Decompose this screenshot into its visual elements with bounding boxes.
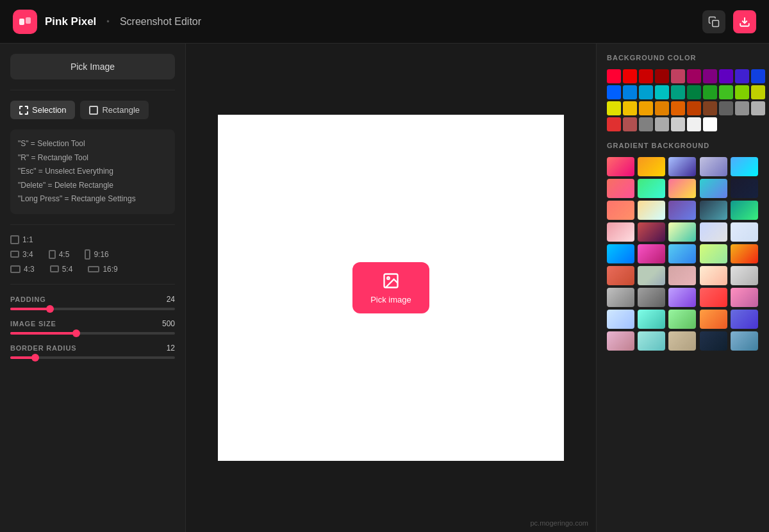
solid-color-swatch[interactable] bbox=[687, 117, 701, 131]
selection-tool-button[interactable]: Selection bbox=[10, 101, 75, 119]
gradient-swatch[interactable] bbox=[700, 222, 727, 242]
solid-color-swatch[interactable] bbox=[607, 85, 621, 99]
gradient-swatch[interactable] bbox=[607, 310, 634, 329]
solid-color-swatch[interactable] bbox=[639, 117, 653, 131]
solid-color-swatch[interactable] bbox=[623, 101, 637, 115]
gradient-swatch[interactable] bbox=[700, 266, 727, 285]
gradient-swatch[interactable] bbox=[638, 288, 665, 307]
solid-color-swatch[interactable] bbox=[655, 117, 669, 131]
padding-value: 24 bbox=[167, 295, 175, 304]
solid-color-swatch[interactable] bbox=[703, 117, 717, 131]
solid-color-swatch[interactable] bbox=[735, 101, 749, 115]
aspect-3-4-button[interactable]: 3:4 bbox=[10, 250, 33, 259]
solid-color-swatch[interactable] bbox=[703, 69, 717, 83]
gradient-swatch[interactable] bbox=[668, 266, 696, 285]
pick-image-card[interactable]: Pick image bbox=[352, 262, 429, 313]
gradient-swatch[interactable] bbox=[731, 201, 758, 220]
selection-tool-label: Selection bbox=[32, 105, 66, 115]
solid-color-swatch[interactable] bbox=[655, 69, 669, 83]
aspect-5-4-button[interactable]: 5:4 bbox=[50, 265, 73, 274]
gradient-swatch[interactable] bbox=[638, 201, 665, 220]
gradient-swatch[interactable] bbox=[638, 157, 665, 176]
solid-color-swatch[interactable] bbox=[687, 101, 701, 115]
gradient-swatch[interactable] bbox=[668, 310, 696, 329]
solid-color-swatch[interactable] bbox=[687, 85, 701, 99]
gradient-swatch[interactable] bbox=[607, 288, 634, 307]
solid-color-swatch[interactable] bbox=[607, 117, 621, 131]
rectangle-tool-button[interactable]: Rectangle bbox=[80, 101, 149, 119]
download-button[interactable] bbox=[733, 10, 756, 33]
gradient-swatch[interactable] bbox=[607, 157, 634, 176]
gradient-swatch[interactable] bbox=[638, 331, 665, 351]
gradient-swatch[interactable] bbox=[668, 201, 696, 220]
gradient-swatch[interactable] bbox=[731, 222, 758, 242]
gradient-swatch[interactable] bbox=[700, 310, 727, 329]
solid-color-swatch[interactable] bbox=[719, 101, 733, 115]
solid-color-swatch[interactable] bbox=[655, 85, 669, 99]
solid-color-swatch[interactable] bbox=[623, 85, 637, 99]
gradient-swatch[interactable] bbox=[668, 222, 696, 242]
gradient-swatch[interactable] bbox=[607, 244, 634, 263]
solid-color-swatch[interactable] bbox=[703, 85, 717, 99]
gradient-swatch[interactable] bbox=[731, 310, 758, 329]
gradient-swatch[interactable] bbox=[668, 288, 696, 307]
gradient-swatch[interactable] bbox=[700, 157, 727, 176]
padding-slider-row: PADDING 24 bbox=[10, 295, 175, 310]
solid-color-swatch[interactable] bbox=[735, 69, 749, 83]
aspect-9-16-button[interactable]: 9:16 bbox=[85, 249, 108, 260]
gradient-swatch[interactable] bbox=[607, 179, 634, 198]
gradient-swatch[interactable] bbox=[607, 331, 634, 351]
solid-color-swatch[interactable] bbox=[671, 101, 685, 115]
gradient-swatch[interactable] bbox=[607, 222, 634, 242]
pick-image-button[interactable]: Pick Image bbox=[10, 54, 175, 79]
solid-color-swatch[interactable] bbox=[671, 85, 685, 99]
gradient-swatch[interactable] bbox=[668, 179, 696, 198]
gradient-swatch[interactable] bbox=[700, 201, 727, 220]
solid-color-swatch[interactable] bbox=[751, 101, 765, 115]
solid-color-swatch[interactable] bbox=[719, 69, 733, 83]
solid-color-swatch[interactable] bbox=[751, 69, 765, 83]
gradient-swatch[interactable] bbox=[638, 266, 665, 285]
gradient-swatch[interactable] bbox=[700, 179, 727, 198]
solid-color-swatch[interactable] bbox=[623, 69, 637, 83]
solid-color-swatch[interactable] bbox=[687, 69, 701, 83]
gradient-swatch[interactable] bbox=[668, 157, 696, 176]
gradient-swatch[interactable] bbox=[638, 179, 665, 198]
gradient-swatch[interactable] bbox=[607, 266, 634, 285]
solid-color-swatch[interactable] bbox=[671, 117, 685, 131]
gradient-swatch[interactable] bbox=[700, 288, 727, 307]
gradient-swatch[interactable] bbox=[607, 201, 634, 220]
aspect-4-5-button[interactable]: 4:5 bbox=[49, 250, 70, 259]
aspect-1-1-button[interactable]: 1:1 bbox=[10, 235, 33, 244]
solid-color-swatch[interactable] bbox=[639, 69, 653, 83]
aspect-16-9-button[interactable]: 16:9 bbox=[88, 265, 117, 274]
gradient-swatch[interactable] bbox=[731, 244, 758, 263]
gradient-swatch[interactable] bbox=[731, 157, 758, 176]
solid-color-swatch[interactable] bbox=[671, 69, 685, 83]
gradient-swatch[interactable] bbox=[638, 310, 665, 329]
gradient-swatch[interactable] bbox=[668, 331, 696, 351]
aspect-4-3-button[interactable]: 4:3 bbox=[10, 265, 35, 274]
gradient-swatch[interactable] bbox=[700, 331, 727, 351]
solid-color-swatch[interactable] bbox=[719, 85, 733, 99]
gradient-swatch[interactable] bbox=[668, 244, 696, 263]
gradient-swatch[interactable] bbox=[731, 288, 758, 307]
solid-color-swatch[interactable] bbox=[623, 117, 637, 131]
gradient-swatch[interactable] bbox=[638, 222, 665, 242]
shortcut-esc: "Esc" = Unselect Everything bbox=[18, 165, 167, 179]
gradient-swatch[interactable] bbox=[731, 331, 758, 351]
solid-color-swatch[interactable] bbox=[607, 69, 621, 83]
solid-color-swatch[interactable] bbox=[639, 101, 653, 115]
gradient-swatch[interactable] bbox=[638, 244, 665, 263]
solid-color-swatch[interactable] bbox=[639, 85, 653, 99]
gradient-swatch[interactable] bbox=[731, 179, 758, 198]
solid-color-swatch[interactable] bbox=[655, 101, 669, 115]
solid-color-swatch[interactable] bbox=[751, 85, 765, 99]
copy-button[interactable] bbox=[702, 10, 725, 33]
svg-rect-2 bbox=[713, 20, 719, 26]
solid-color-swatch[interactable] bbox=[607, 101, 621, 115]
gradient-swatch[interactable] bbox=[731, 266, 758, 285]
solid-color-swatch[interactable] bbox=[703, 101, 717, 115]
gradient-swatch[interactable] bbox=[700, 244, 727, 263]
solid-color-swatch[interactable] bbox=[735, 85, 749, 99]
